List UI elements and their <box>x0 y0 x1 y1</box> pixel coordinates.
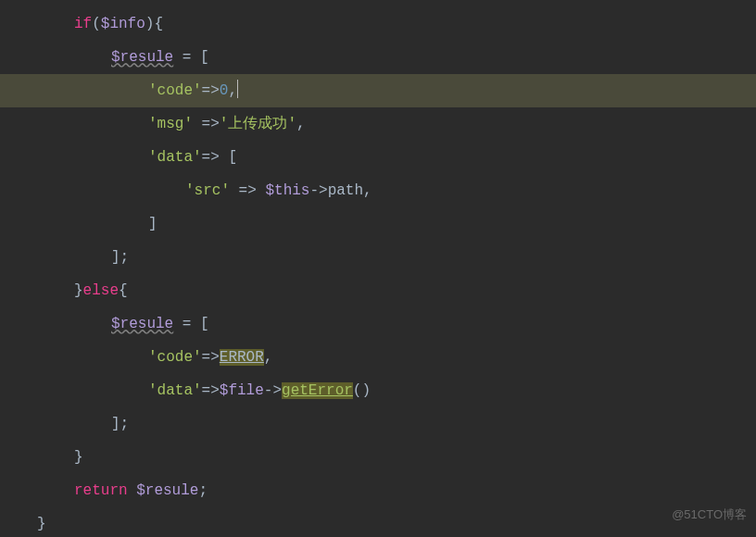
close-bracket-semi: ]; <box>111 249 129 266</box>
comma: , <box>264 349 273 366</box>
variable-resule: $resule <box>111 49 173 66</box>
close-brace: } <box>74 282 83 299</box>
code-line[interactable]: if($info){ <box>0 7 756 41</box>
string-data: 'data' <box>148 149 202 166</box>
call-parens: () <box>353 382 371 399</box>
code-line[interactable]: }else{ <box>0 274 756 307</box>
arrow: => <box>202 149 220 166</box>
open-bracket: [ <box>220 149 237 166</box>
comma: , <box>296 116 306 132</box>
keyword-return: return <box>74 482 128 499</box>
open-brace: { <box>119 282 128 299</box>
assign-open-bracket: = [ <box>173 49 208 66</box>
semicolon: ; <box>198 482 208 499</box>
code-line-highlighted[interactable]: 'code'=>0, <box>0 74 756 107</box>
code-line[interactable]: $resule = [ <box>0 307 756 341</box>
code-content: if($info){ $resule = [ 'code'=>0, 'msg' … <box>0 7 756 537</box>
code-line[interactable]: return $resule; <box>0 474 756 507</box>
property-path: path <box>328 182 363 199</box>
keyword-if: if <box>74 16 92 32</box>
code-line[interactable]: 'src' => $this->path, <box>0 174 756 207</box>
code-editor[interactable]: if($info){ $resule = [ 'code'=>0, 'msg' … <box>0 0 756 537</box>
code-line[interactable]: ] <box>0 207 756 241</box>
close-brace: } <box>37 516 46 532</box>
code-line[interactable]: ]; <box>0 407 756 441</box>
variable-this: $this <box>265 182 309 199</box>
string-code: 'code' <box>148 82 202 99</box>
code-line[interactable]: $resule = [ <box>0 41 756 74</box>
variable-file: $file <box>220 382 264 399</box>
string-code: 'code' <box>148 349 202 366</box>
string-data: 'data' <box>148 382 202 399</box>
string-upload-success: '上传成功' <box>220 116 296 132</box>
variable-resule: $resule <box>111 316 173 332</box>
object-accessor: -> <box>309 182 327 199</box>
text-cursor <box>237 80 238 98</box>
code-line[interactable]: 'data'=> [ <box>0 141 756 174</box>
close-brace: } <box>74 449 83 466</box>
assign-open-bracket: = [ <box>173 316 208 332</box>
code-line[interactable]: 'data'=>$file->getError() <box>0 374 756 407</box>
comma: , <box>363 182 372 199</box>
comma: , <box>228 82 237 99</box>
string-msg: 'msg' <box>148 116 193 132</box>
object-accessor: -> <box>264 382 282 399</box>
arrow: => <box>202 349 220 366</box>
code-line[interactable]: } <box>0 441 756 474</box>
constant-error: ERROR <box>220 349 264 366</box>
arrow: => <box>230 182 265 199</box>
arrow: => <box>202 82 220 99</box>
method-geterror: getError <box>282 382 353 399</box>
arrow: => <box>193 116 220 132</box>
code-line[interactable]: 'msg' =>'上传成功', <box>0 107 756 141</box>
variable-resule: $resule <box>128 482 199 499</box>
keyword-else: else <box>83 282 119 299</box>
arrow: => <box>202 382 220 399</box>
code-line[interactable]: } <box>0 507 756 537</box>
paren-open: ( <box>92 16 101 32</box>
close-bracket: ] <box>148 216 158 232</box>
string-src: 'src' <box>185 182 230 199</box>
paren-brace: ){ <box>145 16 163 32</box>
close-bracket-semi: ]; <box>111 416 129 432</box>
number-zero: 0 <box>220 82 229 99</box>
variable-info: $info <box>101 16 145 32</box>
code-line[interactable]: 'code'=>ERROR, <box>0 341 756 374</box>
watermark: @51CTO博客 <box>672 498 747 531</box>
code-line[interactable]: ]; <box>0 241 756 274</box>
